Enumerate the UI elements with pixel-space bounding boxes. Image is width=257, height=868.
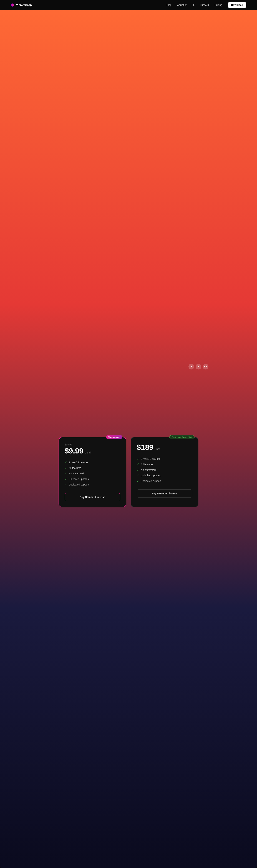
control-play[interactable]: ▶ xyxy=(195,364,201,369)
transform-right: Tim Cook ✓ @tim_cook Following Apple CEO… xyxy=(93,298,235,372)
transform-content: Lives : Cinematic Motion Backgrounds Whe… xyxy=(22,298,235,386)
extended-price-period: Once xyxy=(154,447,160,451)
transform-top: Tim Cook ✓ @tim_cook Following Apple CEO… xyxy=(93,298,235,372)
check-icon: ✓ xyxy=(137,463,139,466)
standard-pricing-card: Most popular $14.99 $9.99 Month ✓1 macOS… xyxy=(59,437,126,507)
nav-link-affiliation[interactable]: Affiliation xyxy=(177,4,187,6)
ext-feature-4: ✓Unlimited updates xyxy=(137,473,192,478)
feature-5: ✓Dedicated support xyxy=(65,482,120,487)
check-icon: ✓ xyxy=(65,477,67,480)
popular-badge: Most popular xyxy=(106,435,122,439)
nav-link-pricing[interactable]: Pricing xyxy=(215,4,222,6)
nav-download-button[interactable]: Download xyxy=(228,2,246,8)
price-standard: $9.99 Month xyxy=(65,447,120,455)
check-icon: ✓ xyxy=(137,468,139,471)
price-extended: $189 Once xyxy=(137,443,192,452)
buy-standard-button[interactable]: Buy Standard license xyxy=(65,493,120,501)
check-icon: ✓ xyxy=(137,457,139,461)
landscape-bg-gradient xyxy=(186,298,235,372)
feature-2: ✓All features xyxy=(65,465,120,471)
feature-4: ✓Unlimited updates xyxy=(65,476,120,482)
check-icon: ✓ xyxy=(65,472,67,475)
nav-logo-text: VibrantSnap xyxy=(16,3,32,6)
nav-link-discord[interactable]: Discord xyxy=(200,4,209,6)
feature-1: ✓1 macOS devices xyxy=(65,460,120,465)
ext-feature-2: ✓All features xyxy=(137,462,192,467)
nav-link-x[interactable]: X xyxy=(193,4,195,6)
ext-feature-5: ✓Dedicated support xyxy=(137,478,192,484)
feature-3: ✓No watermark xyxy=(65,471,120,476)
landscape-controls: ◀ ▶ ▶▶ xyxy=(188,364,233,369)
standard-price-value: $9.99 xyxy=(65,447,83,455)
check-icon: ✓ xyxy=(137,474,139,477)
control-next[interactable]: ▶▶ xyxy=(203,364,209,369)
control-prev[interactable]: ◀ xyxy=(188,364,194,369)
standard-features: ✓1 macOS devices ✓All features ✓No water… xyxy=(65,460,120,487)
price-old: $14.99 xyxy=(65,443,120,446)
ext-feature-1: ✓3 macOS devices xyxy=(137,456,192,462)
transform-section: See the Transformation Any shot, any ima… xyxy=(0,238,257,386)
logo-icon xyxy=(11,3,15,7)
landscape-controls-row: ◀ ▶ ▶▶ xyxy=(188,364,233,369)
check-icon: ✓ xyxy=(65,461,67,464)
standard-price-period: Month xyxy=(84,451,91,454)
extended-features: ✓3 macOS devices ✓All features ✓No water… xyxy=(137,456,192,484)
extended-pricing-card: Best value (save 20%) $189 Once ✓3 macOS… xyxy=(131,437,198,507)
nav-logo[interactable]: VibrantSnap xyxy=(11,3,32,7)
navbar: VibrantSnap Blog Affiliation X Discord P… xyxy=(0,0,257,10)
value-badge: Best value (save 20%) xyxy=(169,435,194,439)
nav-link-blog[interactable]: Blog xyxy=(167,4,172,6)
extended-price-value: $189 xyxy=(137,443,153,452)
check-icon: ✓ xyxy=(65,466,67,470)
check-icon: ✓ xyxy=(65,483,67,486)
ext-feature-3: ✓No watermark xyxy=(137,467,192,473)
nav-links: Blog Affiliation X Discord Pricing Downl… xyxy=(167,2,246,8)
buy-extended-button[interactable]: Buy Extended license xyxy=(137,489,192,498)
check-icon: ✓ xyxy=(137,479,139,483)
landscape-cinematic-card: ◀ ▶ ▶▶ xyxy=(186,298,235,372)
